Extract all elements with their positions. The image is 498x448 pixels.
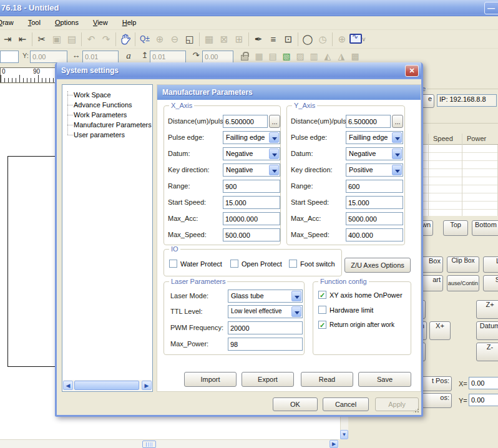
z-minus-button[interactable]: Z- [476, 343, 498, 361]
stop-button-fragment[interactable]: S [483, 275, 498, 291]
x-distance-input[interactable] [223, 115, 268, 128]
ttl-level-combo[interactable]: Low level effective [228, 305, 303, 318]
redo-icon[interactable]: ↷ [99, 32, 114, 47]
timer-icon[interactable]: ◷ [315, 32, 330, 47]
y-key-direction-combo[interactable]: Positive [346, 163, 403, 177]
tree-item-manufacturer-parameters[interactable]: Manufacturer Parameters [74, 120, 152, 130]
hscroll-thumb[interactable] [142, 441, 156, 448]
y-datum-combo[interactable]: Negative [346, 147, 403, 160]
scroll-down-button[interactable]: ▼ [340, 430, 348, 439]
pan-hand-icon[interactable] [118, 32, 133, 47]
import-button[interactable]: Import [184, 372, 237, 387]
pwm-frequency-input[interactable] [228, 321, 303, 334]
monitor-icon[interactable] [349, 34, 362, 44]
laser-mode-combo[interactable]: Glass tube [228, 290, 303, 303]
pause-continue-button[interactable]: ause/Contin [447, 275, 479, 291]
x-max-acc-input[interactable] [223, 212, 280, 225]
y-coordinate-field[interactable] [30, 51, 67, 63]
tree-horizontal-scrollbar[interactable]: ◀ ▶ [63, 380, 152, 391]
tree-scroll-left-button[interactable]: ◀ [63, 381, 73, 390]
mirror-v-icon[interactable]: ◭ [321, 49, 334, 64]
x-position-field[interactable] [469, 377, 498, 389]
tile-copies-icon[interactable]: ▦ [252, 49, 266, 64]
x-datum-combo[interactable]: Negative [223, 147, 280, 160]
save-button[interactable]: Save [358, 372, 411, 387]
zoom-out-icon[interactable]: ⊖ [167, 32, 182, 47]
read-button[interactable]: Read [301, 372, 353, 387]
group-icon[interactable]: ▥ [307, 49, 321, 64]
tree-item-work-space[interactable]: Work Space [74, 90, 111, 100]
menu-view[interactable]: View [87, 16, 114, 30]
y-position-field[interactable] [469, 394, 498, 406]
param-list-icon[interactable]: ≡ [266, 32, 281, 47]
export-button[interactable]: Export [242, 372, 294, 387]
close-icon[interactable]: ✕ [405, 65, 419, 77]
y-start-speed-input[interactable] [346, 196, 403, 209]
laser-button-fragment[interactable]: L [483, 256, 498, 273]
x-pulse-edge-combo[interactable]: Failling edge [223, 131, 280, 144]
cancel-button[interactable]: Cancel [323, 397, 369, 411]
hardware-limit-checkbox[interactable] [318, 306, 326, 314]
dialog-titlebar[interactable]: System settings ✕ [55, 62, 423, 79]
array-copy-icon[interactable]: ▤ [266, 49, 280, 64]
rotate-text-icon[interactable]: a [122, 49, 135, 61]
x-range-input[interactable] [223, 180, 280, 193]
menu-draw[interactable]: Draw [0, 16, 20, 30]
x-coordinate-field[interactable] [0, 51, 19, 63]
minimize-button[interactable]: — [484, 2, 498, 14]
scroll-right-button[interactable]: ▶ [330, 440, 338, 448]
circle-tool-icon[interactable]: ◯ [300, 32, 315, 47]
bottom-button[interactable]: Bottom [472, 220, 498, 236]
tree-item-work-parameters[interactable]: Work Parameters [74, 110, 127, 120]
cut-icon[interactable]: ✂ [34, 32, 49, 47]
layers-icon[interactable]: ▧ [280, 49, 293, 64]
y-range-input[interactable] [346, 180, 403, 193]
rotation-field[interactable] [202, 51, 233, 63]
open-protect-checkbox[interactable] [230, 260, 238, 268]
knife-icon[interactable]: ✒ [251, 32, 266, 47]
y-distance-input[interactable] [346, 115, 391, 128]
ok-button[interactable]: OK [273, 397, 318, 411]
export-file-icon[interactable]: ⇤ [15, 32, 30, 47]
dither-icon[interactable]: ▩ [348, 49, 362, 64]
zoom-all-icon[interactable]: ◱ [182, 32, 197, 47]
zoom-area-icon[interactable]: ⊕ [152, 32, 167, 47]
return-origin-checkbox[interactable]: ✓ [318, 321, 326, 329]
layer-table-body[interactable] [422, 145, 498, 216]
paste-icon[interactable]: ▤ [64, 32, 79, 47]
x-distance-browse-button[interactable]: ... [269, 115, 280, 128]
top-button[interactable]: Top [443, 220, 468, 236]
height-field[interactable] [150, 51, 186, 63]
z-datum-button[interactable]: Datum [476, 321, 498, 340]
x-plus-button[interactable]: X+ [429, 321, 451, 340]
menu-tool[interactable]: Tool [22, 16, 47, 30]
tree-item-user-parameters[interactable]: User parameters [74, 130, 125, 140]
import-file-icon[interactable]: ⇥ [0, 32, 15, 47]
pick-node-icon[interactable]: ⊡ [281, 32, 296, 47]
tree-item-advance-functions[interactable]: Advance Functions [74, 100, 132, 110]
max-power-input[interactable] [228, 338, 303, 351]
y-max-acc-input[interactable] [346, 212, 403, 225]
network-icon[interactable]: ⊕ [334, 32, 349, 47]
foot-switch-checkbox[interactable] [289, 260, 297, 268]
x-max-speed-input[interactable] [223, 228, 280, 241]
zu-axes-options-button[interactable]: Z/U Axes Options [344, 258, 411, 273]
xy-home-onpower-checkbox[interactable]: ✓ [318, 291, 326, 299]
lock-aspect-icon[interactable] [241, 55, 248, 61]
water-protect-checkbox[interactable] [169, 260, 177, 268]
y-pulse-edge-combo[interactable]: Failling edge [346, 131, 403, 144]
transform-icon[interactable]: ▨ [293, 49, 307, 64]
tree-scroll-right-button[interactable]: ▶ [142, 381, 152, 390]
select-nodes-icon[interactable]: ▦ [202, 32, 217, 47]
width-field[interactable] [82, 51, 119, 63]
remove-node-icon[interactable]: ⊠ [217, 32, 232, 47]
y-max-speed-input[interactable] [346, 228, 403, 241]
add-node-icon[interactable]: ⊞ [232, 32, 247, 47]
x-start-speed-input[interactable] [223, 196, 280, 209]
z-plus-button[interactable]: Z+ [476, 300, 498, 319]
y-distance-browse-button[interactable]: ... [392, 115, 403, 128]
zoom-icon[interactable]: Q± [137, 32, 152, 47]
horizontal-scrollbar[interactable]: ▶ [0, 439, 339, 448]
menu-help[interactable]: Help [116, 16, 143, 30]
copy-icon[interactable]: ▣ [49, 32, 64, 47]
